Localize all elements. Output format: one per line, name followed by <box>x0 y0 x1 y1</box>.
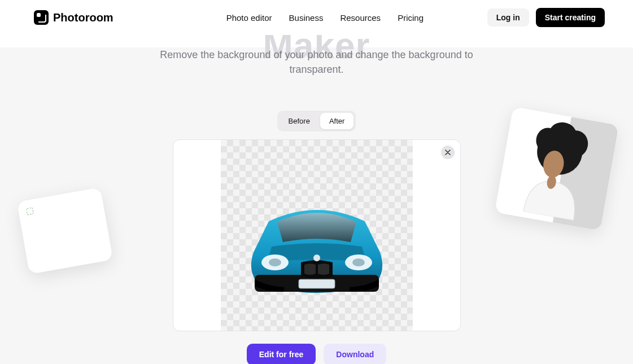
header-actions: Log in Start creating <box>487 8 605 27</box>
close-preview-button[interactable] <box>441 146 455 159</box>
start-creating-button[interactable]: Start creating <box>536 8 605 27</box>
bottom-actions: Edit for free Download <box>0 344 633 364</box>
svg-rect-12 <box>299 279 335 288</box>
nav-photo-editor[interactable]: Photo editor <box>226 13 272 23</box>
svg-point-9 <box>269 258 281 266</box>
toggle-after-button[interactable]: After <box>320 113 353 129</box>
brand-logo[interactable]: Photoroom <box>34 10 113 25</box>
brand-logo-icon <box>34 10 49 25</box>
portrait-icon <box>507 114 606 223</box>
before-after-toggle: Before After <box>277 111 356 131</box>
nav-resources[interactable]: Resources <box>340 13 381 23</box>
edit-for-free-button[interactable]: Edit for free <box>247 344 316 364</box>
decorative-card-right-bg <box>495 107 619 231</box>
svg-point-11 <box>313 255 320 261</box>
close-icon <box>445 150 451 155</box>
header: Photoroom Photo editor Business Resource… <box>0 0 633 35</box>
login-button[interactable]: Log in <box>487 8 529 27</box>
decorative-card-right <box>495 107 619 231</box>
car-cutout-image <box>238 190 396 303</box>
toggle-before-button[interactable]: Before <box>280 113 319 129</box>
decorative-card-left <box>17 187 113 274</box>
nav-pricing[interactable]: Pricing <box>398 13 424 23</box>
nav-business[interactable]: Business <box>289 13 324 23</box>
download-button[interactable]: Download <box>324 344 386 364</box>
preview-panel <box>173 139 461 331</box>
page-content: Maker Remove the background of your phot… <box>0 47 633 364</box>
svg-point-10 <box>352 258 365 266</box>
brand-name: Photoroom <box>53 11 113 24</box>
main-nav: Photo editor Business Resources Pricing <box>226 13 424 23</box>
hero-subtitle: Remove the background of your photo and … <box>159 47 475 77</box>
